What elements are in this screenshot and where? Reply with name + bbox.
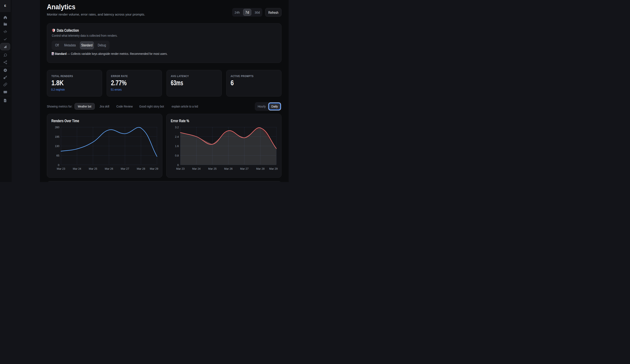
svg-text:2.4: 2.4 xyxy=(175,135,178,138)
svg-text:Mar 24: Mar 24 xyxy=(192,167,200,170)
svg-text:Mar 29: Mar 29 xyxy=(269,167,278,170)
svg-text:65: 65 xyxy=(56,154,59,157)
svg-text:Mar 29: Mar 29 xyxy=(150,167,158,170)
svg-text:1.6: 1.6 xyxy=(175,145,178,148)
svg-text:Mar 26: Mar 26 xyxy=(105,167,113,170)
svg-text:Mar 26: Mar 26 xyxy=(224,167,232,170)
svg-text:3.2: 3.2 xyxy=(175,126,178,129)
svg-text:Mar 23: Mar 23 xyxy=(176,167,184,170)
svg-text:Mar 28: Mar 28 xyxy=(256,167,264,170)
svg-text:0: 0 xyxy=(177,164,179,167)
svg-text:Mar 27: Mar 27 xyxy=(121,167,129,170)
svg-text:0: 0 xyxy=(58,164,59,167)
svg-text:Mar 23: Mar 23 xyxy=(57,167,65,170)
svg-text:Mar 27: Mar 27 xyxy=(240,167,248,170)
svg-text:Mar 25: Mar 25 xyxy=(208,167,216,170)
svg-text:Mar 25: Mar 25 xyxy=(89,167,97,170)
svg-text:Mar 24: Mar 24 xyxy=(73,167,81,170)
svg-text:Mar 28: Mar 28 xyxy=(137,167,145,170)
svg-text:0.8: 0.8 xyxy=(175,154,178,157)
svg-text:260: 260 xyxy=(55,126,59,129)
svg-text:130: 130 xyxy=(55,145,59,148)
svg-text:195: 195 xyxy=(55,135,59,138)
